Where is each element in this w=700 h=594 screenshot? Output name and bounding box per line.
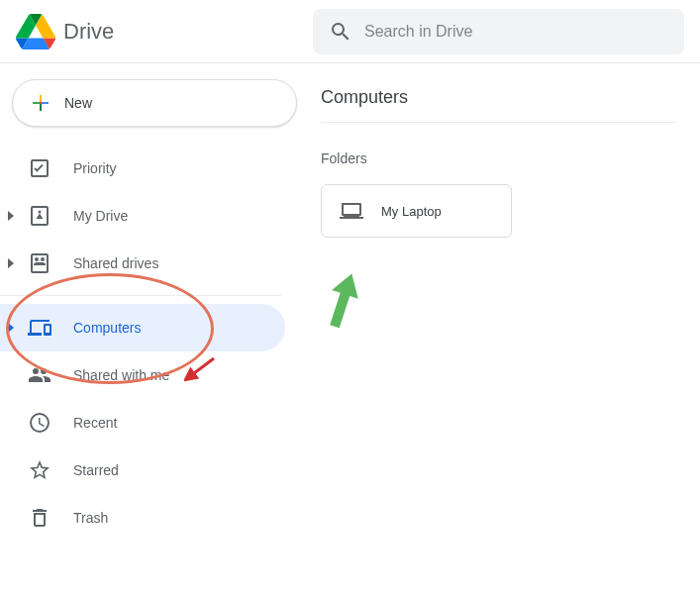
sidebar-item-label: Recent <box>73 415 117 431</box>
svg-rect-2 <box>42 102 49 104</box>
folder-card-my-laptop[interactable]: My Laptop <box>321 184 512 238</box>
plus-icon <box>29 91 52 115</box>
shared-with-me-icon <box>28 363 51 387</box>
main-content: Computers Folders My Laptop <box>297 63 700 594</box>
sidebar-item-label: Shared with me <box>73 367 169 383</box>
shared-drives-icon <box>28 251 51 275</box>
sidebar-item-computers[interactable]: Computers <box>0 304 285 351</box>
sidebar-item-priority[interactable]: Priority <box>0 145 285 192</box>
folders-section-label: Folders <box>321 150 676 166</box>
new-button-label: New <box>64 95 92 111</box>
sidebar: New Priority My Drive Shared drives Comp… <box>0 63 297 594</box>
sidebar-item-label: Shared drives <box>73 255 158 271</box>
sidebar-item-label: Starred <box>73 462 119 478</box>
trash-icon <box>28 506 51 530</box>
star-icon <box>28 458 51 482</box>
drive-icon <box>28 204 51 228</box>
laptop-icon <box>340 199 363 223</box>
drive-logo-icon <box>16 12 55 51</box>
sidebar-item-label: My Drive <box>73 208 128 224</box>
logo-wrap[interactable]: Drive <box>16 12 313 51</box>
search-input[interactable] <box>364 23 668 41</box>
folder-name: My Laptop <box>381 204 442 219</box>
app-title: Drive <box>63 19 114 45</box>
priority-icon <box>28 156 51 180</box>
sidebar-item-trash[interactable]: Trash <box>0 494 285 542</box>
sidebar-item-label: Priority <box>73 160 117 176</box>
sidebar-item-my-drive[interactable]: My Drive <box>0 192 285 240</box>
svg-rect-1 <box>33 102 40 104</box>
new-button[interactable]: New <box>12 79 297 127</box>
search-icon <box>329 20 352 44</box>
svg-rect-3 <box>40 104 42 111</box>
nav-divider <box>0 295 281 296</box>
sidebar-item-starred[interactable]: Starred <box>0 446 285 494</box>
sidebar-item-shared-drives[interactable]: Shared drives <box>0 240 285 287</box>
page-title: Computers <box>321 87 676 123</box>
header: Drive <box>0 0 700 63</box>
svg-rect-0 <box>40 95 42 102</box>
sidebar-item-recent[interactable]: Recent <box>0 399 285 446</box>
computers-icon <box>28 316 51 340</box>
recent-icon <box>28 411 51 435</box>
search-bar[interactable] <box>313 9 684 54</box>
sidebar-item-label: Computers <box>73 320 141 336</box>
sidebar-item-label: Trash <box>73 510 108 526</box>
sidebar-item-shared-with-me[interactable]: Shared with me <box>0 351 285 399</box>
